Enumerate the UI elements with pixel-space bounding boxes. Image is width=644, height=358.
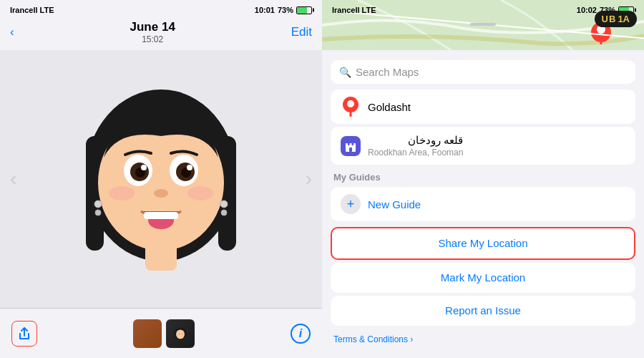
- battery-icon-left: [296, 6, 312, 14]
- thumbnail-strip: [133, 319, 195, 348]
- svg-rect-36: [353, 143, 356, 147]
- time-right: 10:02: [577, 6, 597, 14]
- thumbnail-1[interactable]: [133, 319, 162, 348]
- report-an-issue-label: Report an Issue: [445, 304, 521, 316]
- right-arrow: ›: [306, 168, 312, 190]
- svg-point-18: [95, 210, 101, 216]
- svg-point-11: [187, 165, 192, 170]
- status-icons-left: 10:01 73%: [255, 6, 312, 14]
- plus-icon: +: [341, 194, 361, 214]
- svg-point-27: [182, 333, 182, 334]
- svg-point-17: [94, 200, 102, 208]
- back-button[interactable]: ‹: [10, 25, 14, 39]
- place-roodkhan-info: قلعه رودخان Roodkhan Area, Fooman: [368, 134, 463, 158]
- place-goldasht-info: Goldasht: [368, 101, 411, 113]
- search-placeholder: Search Maps: [356, 66, 419, 78]
- svg-rect-14: [144, 212, 178, 219]
- castle-svg: [344, 140, 357, 153]
- mark-my-location-label: Mark My Location: [441, 271, 525, 284]
- thumb-memoji: [172, 325, 189, 342]
- edit-button[interactable]: Edit: [291, 25, 312, 39]
- svg-point-26: [178, 333, 179, 334]
- place-name-roodkhan: قلعه رودخان: [368, 134, 463, 147]
- svg-point-32: [347, 100, 354, 107]
- info-button[interactable]: i: [291, 324, 311, 344]
- sheet-handle: [470, 23, 496, 26]
- share-my-location-label: Share My Location: [438, 237, 527, 249]
- svg-point-10: [141, 165, 147, 170]
- ubgia-text: UB: [602, 14, 617, 24]
- left-arrow: ‹: [10, 168, 16, 190]
- status-bar-left: Irancell LTE 10:01 73%: [0, 0, 322, 17]
- left-panel: Irancell LTE 10:01 73% ‹ June 14 15:02 E…: [0, 0, 322, 358]
- nav-center: June 14 15:02: [130, 20, 175, 44]
- svg-rect-21: [145, 242, 177, 271]
- nav-bar-left: ‹ June 14 15:02 Edit: [0, 17, 322, 50]
- bottom-bar: i: [0, 308, 322, 358]
- carrier-right: Irancell LTE: [332, 6, 376, 14]
- places-list: Goldasht قلعه رودخان Roodkhan Area, Foom…: [322, 90, 644, 358]
- svg-point-20: [221, 210, 227, 216]
- svg-rect-35: [350, 143, 352, 147]
- svg-point-19: [220, 200, 228, 208]
- svg-point-16: [187, 186, 213, 200]
- new-guide-card[interactable]: + New Guide: [331, 187, 635, 221]
- battery-pct-left: 73%: [278, 6, 293, 14]
- share-button[interactable]: [11, 321, 37, 347]
- info-icon: i: [299, 327, 302, 340]
- nav-date: June 14: [130, 20, 175, 34]
- thumbnail-2[interactable]: [166, 319, 195, 348]
- search-bar[interactable]: 🔍 Search Maps: [331, 60, 635, 84]
- terms-link[interactable]: Terms & Conditions ›: [331, 330, 635, 349]
- share-icon: [17, 326, 31, 341]
- report-an-issue-button[interactable]: Report an Issue: [331, 296, 635, 326]
- time-left: 10:01: [255, 6, 275, 14]
- memoji-svg: [61, 64, 261, 294]
- place-name-goldasht: Goldasht: [368, 101, 411, 113]
- svg-rect-34: [346, 143, 348, 147]
- mark-my-location-button[interactable]: Mark My Location: [331, 263, 635, 293]
- pin-icon-goldasht: [341, 97, 361, 117]
- place-roodkhan[interactable]: قلعه رودخان Roodkhan Area, Fooman: [331, 127, 635, 165]
- photo-area: ‹ ›: [0, 50, 322, 308]
- new-guide-label: New Guide: [368, 198, 421, 211]
- ubgia-number: 1A: [618, 14, 630, 24]
- carrier-left: Irancell LTE: [10, 6, 54, 14]
- right-panel: UB 1A Irancell LTE 10:02 73% 🔍 Search Ma…: [322, 0, 644, 358]
- search-icon: 🔍: [339, 67, 351, 78]
- map-pin-red: [341, 97, 361, 117]
- castle-icon-roodkhan: [341, 136, 361, 156]
- place-sub-roodkhan: Roodkhan Area, Fooman: [368, 147, 463, 158]
- svg-point-15: [109, 186, 135, 200]
- share-my-location-button[interactable]: Share My Location: [331, 227, 635, 260]
- svg-rect-37: [349, 147, 352, 152]
- my-guides-label: My Guides: [331, 168, 635, 185]
- svg-point-23: [176, 329, 185, 339]
- nav-sub-time: 15:02: [130, 34, 175, 44]
- ubgia-badge: UB 1A: [595, 11, 637, 27]
- svg-point-12: [154, 189, 168, 198]
- action-buttons: Share My Location Mark My Location Repor…: [331, 227, 635, 329]
- place-goldasht[interactable]: Goldasht: [331, 90, 635, 124]
